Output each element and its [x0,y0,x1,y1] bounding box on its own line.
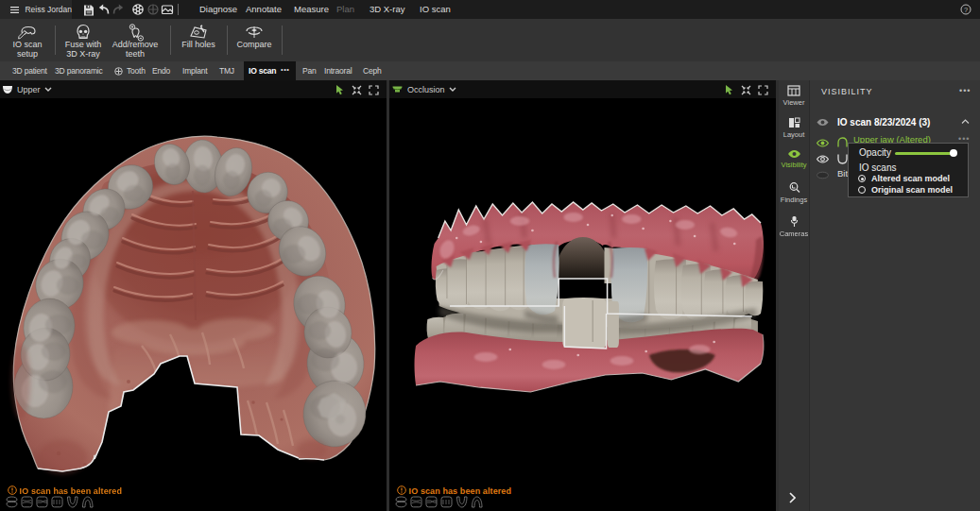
svg-text:?: ? [964,6,968,14]
